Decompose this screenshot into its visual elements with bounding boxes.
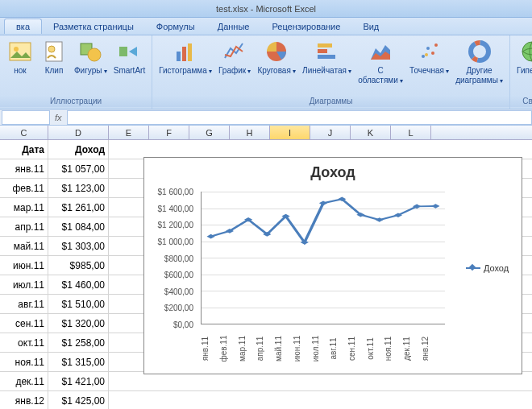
date-cell[interactable]: июн.11 [0,256,48,275]
fx-icon[interactable]: fx [55,113,62,122]
svg-rect-9 [188,43,192,61]
svg-rect-8 [182,47,186,61]
x-tick-label: янв.12 [421,337,430,361]
value-cell[interactable]: $1 460,00 [48,275,109,294]
column-headers: CDEFGHIJKL [0,126,532,140]
date-cell[interactable]: янв.12 [0,391,48,409]
x-tick-label: янв.11 [201,337,210,361]
date-cell[interactable]: окт.11 [0,333,48,352]
plot-area[interactable]: $0,00$200,00$400,00$600,00$800,00$1 000,… [144,188,453,349]
group-label: Диаграммы [152,95,509,107]
group-links: Гиперсс Связ [510,35,532,109]
svg-point-16 [434,43,438,47]
value-cell[interactable]: $1 084,00 [48,217,109,236]
y-tick-label: $1 400,00 [158,204,194,213]
area-chart-button[interactable]: С областями [355,37,406,87]
svg-point-13 [422,55,425,58]
value-cell[interactable]: $1 057,00 [48,159,109,178]
area-chart-icon [368,39,393,64]
pie-chart-icon [264,39,289,64]
svg-point-1 [14,47,19,52]
other-charts-button[interactable]: Другие диаграммы [452,37,506,87]
picture-button[interactable]: нок [3,37,37,77]
date-cell[interactable]: апр.11 [0,217,48,236]
date-cell[interactable]: сен.11 [0,314,48,333]
tab-data[interactable]: Данные [206,19,261,34]
date-cell[interactable]: авг.11 [0,295,48,313]
smartart-icon [116,39,142,64]
group-label: Связ [510,95,532,107]
date-cell[interactable]: май.11 [0,237,48,255]
tab-review[interactable]: Рецензирование [260,19,351,34]
value-cell[interactable]: $1 421,00 [48,372,109,390]
chart-legend[interactable]: Доход [453,188,522,349]
group-charts: Гистограмма График Круговая Линейчатая С… [152,35,510,109]
date-cell[interactable]: июл.11 [0,275,48,294]
date-cell[interactable]: ноя.11 [0,353,48,371]
svg-point-3 [48,46,55,52]
tab-insert[interactable]: вка [4,19,42,34]
x-tick-label: дек.11 [402,337,411,361]
col-header-H[interactable]: H [230,126,270,139]
col-header-J[interactable]: J [310,126,351,139]
x-tick-label: июн.11 [293,336,301,362]
col-header-L[interactable]: L [391,126,431,139]
x-tick-label: апр.11 [256,337,264,361]
smartart-button[interactable]: SmartArt [110,37,148,77]
tab-page-layout[interactable]: Разметка страницы [42,19,145,34]
value-cell[interactable]: $985,00 [48,256,109,275]
svg-point-15 [431,52,434,55]
date-cell[interactable]: фев.11 [0,179,48,197]
column-chart-button[interactable]: Гистограмма [156,37,215,77]
hyperlink-button[interactable]: Гиперсс [513,37,532,77]
hyperlink-icon [519,39,532,64]
col-header-C[interactable]: C [0,126,48,139]
value-cell[interactable]: $1 510,00 [48,295,109,313]
y-tick-label: $400,00 [164,287,193,295]
name-box[interactable] [2,110,50,125]
col-header-K[interactable]: K [351,126,391,139]
col-header-G[interactable]: G [189,126,230,139]
window-title: test.xlsx - Microsoft Excel [216,4,316,14]
title-bar: test.xlsx - Microsoft Excel [0,0,532,18]
clip-button[interactable]: Клип [37,37,71,77]
line-chart-button[interactable]: График [215,37,254,77]
ribbon-tabs: вка Разметка страницы Формулы Данные Рец… [0,18,532,35]
embedded-chart[interactable]: Доход $0,00$200,00$400,00$600,00$800,00$… [143,157,522,374]
x-tick-label: июл.11 [311,336,320,362]
date-cell[interactable]: дек.11 [0,372,48,390]
date-cell[interactable]: мар.11 [0,198,48,217]
value-cell[interactable]: $1 315,00 [48,353,109,371]
date-cell[interactable]: янв.11 [0,159,48,178]
header-cell[interactable]: Дата [0,140,48,159]
x-tick-label: авг.11 [329,337,338,359]
pie-chart-button[interactable]: Круговая [254,37,299,77]
value-cell[interactable]: $1 303,00 [48,237,109,255]
scatter-chart-button[interactable]: Точечная [406,37,452,77]
formula-bar: fx [0,109,532,126]
tab-formulas[interactable]: Формулы [145,19,206,34]
value-cell[interactable]: $1 123,00 [48,179,109,197]
value-cell[interactable]: $1 425,00 [48,391,109,409]
line-chart-icon [222,39,247,64]
table-row: дек.11$1 421,00 [0,372,532,391]
legend-marker-icon [466,267,480,269]
bar-chart-button[interactable]: Линейчатая [299,37,355,77]
value-cell[interactable]: $1 258,00 [48,333,109,352]
col-header-D[interactable]: D [48,126,109,139]
header-cell[interactable]: Доход [48,140,109,159]
col-header-E[interactable]: E [109,126,149,139]
value-cell[interactable]: $1 320,00 [48,314,109,333]
chart-title[interactable]: Доход [144,158,522,188]
x-tick-label: сен.11 [347,337,356,361]
col-header-F[interactable]: F [149,126,189,139]
column-chart-icon [172,39,198,64]
y-tick-label: $0,00 [173,320,193,329]
shapes-button[interactable]: Фигуры [71,37,110,77]
value-cell[interactable]: $1 261,00 [48,198,109,217]
x-axis: янв.11фев.11мар.11апр.11май.11июн.11июл.… [201,324,445,349]
group-illustrations: нок Клип Фигуры SmartArt Иллюстрации [0,35,152,109]
formula-input[interactable] [67,110,532,125]
tab-view[interactable]: Вид [351,19,390,34]
col-header-I[interactable]: I [270,126,310,139]
